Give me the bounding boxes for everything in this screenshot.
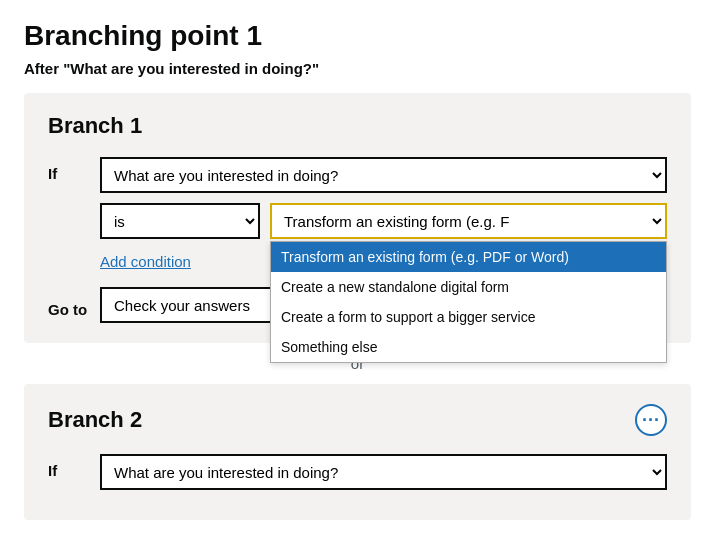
branch2-header: Branch 2 ··· [48,404,667,436]
dropdown-options: Transform an existing form (e.g. PDF or … [270,241,667,363]
operator-select[interactable]: is is not [100,203,260,239]
dropdown-option-3[interactable]: Create a form to support a bigger servic… [271,302,666,332]
dropdown-option-4[interactable]: Something else [271,332,666,362]
dropdown-option-1[interactable]: Transform an existing form (e.g. PDF or … [271,242,666,272]
branch2-condition-fields: What are you interested in doing? [100,454,667,490]
dropdown-option-2[interactable]: Create a new standalone digital form [271,272,666,302]
goto-label: Go to [48,293,90,318]
branch2-if-label: If [48,454,90,479]
page-subtitle: After "What are you interested in doing?… [24,60,691,77]
branch2-if-row: If What are you interested in doing? [48,454,667,490]
condition-fields: What are you interested in doing? is is … [100,157,667,239]
branch2-title: Branch 2 [48,407,142,433]
branch1-card: Branch 1 If What are you interested in d… [24,93,691,343]
if-label: If [48,157,90,182]
operator-value-row: is is not Transform an existing form (e.… [100,203,667,239]
page-title: Branching point 1 [24,20,691,52]
if-question-row: If What are you interested in doing? is … [48,157,667,239]
branch2-card: Branch 2 ··· If What are you interested … [24,384,691,520]
add-condition-link[interactable]: Add condition [100,253,191,270]
branch2-question-select[interactable]: What are you interested in doing? [100,454,667,490]
branch1-title: Branch 1 [48,113,667,139]
value-select[interactable]: Transform an existing form (e.g. F [270,203,667,239]
branch2-menu-button[interactable]: ··· [635,404,667,436]
value-select-wrapper: Transform an existing form (e.g. F Trans… [270,203,667,239]
question-select[interactable]: What are you interested in doing? [100,157,667,193]
